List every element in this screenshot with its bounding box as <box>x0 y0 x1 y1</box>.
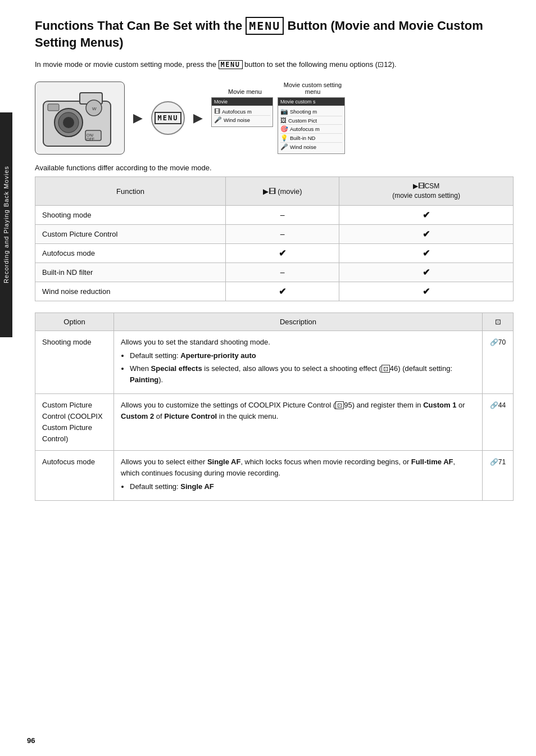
menu-button: MENU <box>151 101 185 135</box>
table-row: Custom Picture Control – ✔ <box>35 224 514 243</box>
book-ref-icon: ⊡ <box>378 60 384 69</box>
description-table: Option Description ⊡ Shooting mode Allow… <box>35 313 514 501</box>
func-name: Autofocus mode <box>35 243 226 262</box>
svg-text:ON/: ON/ <box>87 133 94 137</box>
intro-paragraph: In movie mode or movie custom setting mo… <box>35 59 514 71</box>
sidebar-label: Recording and Playing Back Movies <box>3 166 10 283</box>
option-autofocus: Autofocus mode <box>35 451 114 500</box>
svg-text:OFF: OFF <box>87 137 94 141</box>
movie-screen-title: Movie <box>212 98 272 106</box>
csm-val: ✔ <box>339 205 514 224</box>
table-row: Built-in ND filter – ✔ <box>35 262 514 282</box>
function-table: Function ▶🎞 (movie) ▶🎞CSM (movie custom … <box>35 176 514 301</box>
func-name: Custom Picture Control <box>35 224 226 243</box>
movie-val: ✔ <box>226 243 339 262</box>
screen-labels: Movie menu Movie custom setting menu <box>211 82 345 95</box>
available-text: Available functions differ according to … <box>35 164 514 172</box>
movie-col-header: ▶🎞 (movie) <box>226 177 339 206</box>
movie-menu-label: Movie menu <box>214 88 276 95</box>
page-number: 96 <box>27 736 35 745</box>
csm-icon: ▶🎞 <box>413 182 425 190</box>
arrow-1: ▶ <box>133 111 143 125</box>
csm-val: ✔ <box>339 282 514 301</box>
custom-row-3: 🎯 Autofocus m <box>280 125 342 134</box>
csm-val: ✔ <box>339 224 514 243</box>
table-row: Autofocus mode Allows you to select eith… <box>35 451 514 500</box>
desc-shooting-mode: Allows you to set the standard shooting … <box>114 331 483 393</box>
sidebar-tab: Recording and Playing Back Movies <box>0 112 12 337</box>
option-col-header: Option <box>35 313 114 331</box>
movie-header-icon: ▶🎞 <box>263 187 276 196</box>
arrow-2: ▶ <box>193 111 203 125</box>
camera-illustration: W ON/ OFF <box>35 82 125 155</box>
table-row: Wind noise reduction ✔ ✔ <box>35 282 514 301</box>
main-content: Functions That Can Be Set with the MENU … <box>18 0 536 535</box>
svg-point-4 <box>63 117 74 128</box>
diagram-section: W ON/ OFF ▶ MENU ▶ Movie menu <box>35 82 514 155</box>
af-icon-csm: 🎯 <box>280 125 288 133</box>
movie-val: – <box>226 262 339 282</box>
table-row: Autofocus mode ✔ ✔ <box>35 243 514 262</box>
option-shooting-mode: Shooting mode <box>35 331 114 393</box>
shooting-icon-csm: 📷 <box>280 108 288 115</box>
camera-svg: W ON/ OFF <box>38 84 122 152</box>
func-name: Wind noise reduction <box>35 282 226 301</box>
wind-icon-csm: 🎤 <box>280 143 288 151</box>
nd-icon-csm: 💡 <box>280 134 288 142</box>
movie-screen-row-2: 🎤 Wind noise <box>214 116 270 124</box>
func-col-header: Function <box>35 177 226 206</box>
ref-col-header: ⊡ <box>483 313 514 331</box>
desc-autofocus: Allows you to select either Single AF, w… <box>114 451 483 500</box>
custom-menu-label: Movie custom setting menu <box>280 82 345 95</box>
custom-row-5: 🎤 Wind noise <box>280 143 342 151</box>
wind-icon-movie: 🎤 <box>214 116 222 124</box>
func-name: Shooting mode <box>35 205 226 224</box>
movie-screen-row-1: 🎞 Autofocus m <box>214 107 270 116</box>
screens-row: Movie 🎞 Autofocus m 🎤 Wind noise Movie c… <box>211 97 345 154</box>
menu-inline: MENU <box>219 60 243 69</box>
desc-custom-picture: Allows you to customize the settings of … <box>114 393 483 451</box>
screens-section: Movie menu Movie custom setting menu Mov… <box>211 82 345 154</box>
ref-shooting: 🔗70 <box>483 331 514 393</box>
picture-icon-csm: 🖼 <box>280 117 287 124</box>
option-custom-picture: Custom Picture Control (COOLPIX Custom P… <box>35 393 114 451</box>
ref-custom-picture: 🔗44 <box>483 393 514 451</box>
ref-autofocus: 🔗71 <box>483 451 514 500</box>
custom-row-1: 📷 Shooting m <box>280 107 342 116</box>
autofocus-icon-movie: 🎞 <box>214 108 220 115</box>
movie-val: ✔ <box>226 282 339 301</box>
desc-col-header: Description <box>114 313 483 331</box>
movie-val: – <box>226 224 339 243</box>
movie-menu-screen: Movie 🎞 Autofocus m 🎤 Wind noise <box>211 97 273 127</box>
custom-row-2: 🖼 Custom Pict <box>280 116 342 125</box>
csm-val: ✔ <box>339 262 514 282</box>
table-row: Shooting mode Allows you to set the stan… <box>35 331 514 393</box>
csm-val: ✔ <box>339 243 514 262</box>
menu-word: MENU <box>246 17 284 35</box>
svg-text:W: W <box>92 106 97 111</box>
table-row: Custom Picture Control (COOLPIX Custom P… <box>35 393 514 451</box>
custom-menu-screen: Movie custom s 📷 Shooting m 🖼 Custom Pic… <box>278 97 345 154</box>
func-name: Built-in ND filter <box>35 262 226 282</box>
page-title: Functions That Can Be Set with the MENU … <box>35 17 514 51</box>
table-row: Shooting mode – ✔ <box>35 205 514 224</box>
custom-row-4: 💡 Built-in ND <box>280 134 342 143</box>
csm-col-header: ▶🎞CSM (movie custom setting) <box>339 177 514 206</box>
svg-rect-7 <box>48 104 59 111</box>
movie-val: – <box>226 205 339 224</box>
custom-screen-title: Movie custom s <box>278 98 344 106</box>
